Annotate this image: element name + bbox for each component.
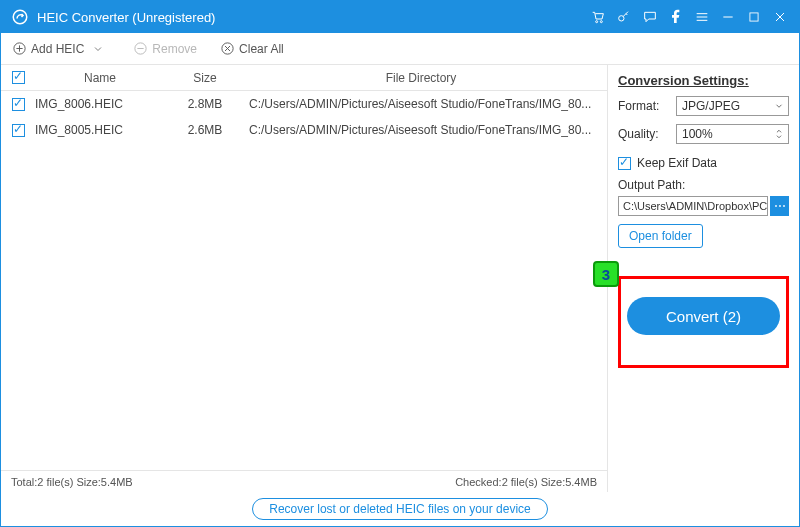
browse-button[interactable]: ⋯ [770, 196, 789, 216]
facebook-icon[interactable] [663, 1, 689, 33]
row-name: IMG_8005.HEIC [35, 123, 165, 137]
add-heic-label: Add HEIC [31, 42, 84, 56]
format-value: JPG/JPEG [682, 99, 740, 113]
open-folder-button[interactable]: Open folder [618, 224, 703, 248]
settings-pane: Conversion Settings: Format: JPG/JPEG Qu… [607, 65, 799, 492]
keep-exif-row[interactable]: Keep Exif Data [618, 156, 789, 170]
minus-circle-icon [132, 41, 148, 57]
keep-exif-checkbox[interactable] [618, 157, 631, 170]
quality-label: Quality: [618, 127, 676, 141]
output-path-field[interactable]: C:\Users\ADMIN\Dropbox\PC\ [618, 196, 768, 216]
format-select[interactable]: JPG/JPEG [676, 96, 789, 116]
app-title: HEIC Converter (Unregistered) [37, 10, 215, 25]
output-path-label: Output Path: [618, 178, 789, 192]
quality-row: Quality: 100% [618, 124, 789, 144]
column-name[interactable]: Name [35, 71, 165, 85]
chevron-down-icon [772, 101, 786, 111]
remove-button[interactable]: Remove [132, 41, 197, 57]
row-directory: C:/Users/ADMIN/Pictures/Aiseesoft Studio… [245, 97, 607, 111]
title-bar: HEIC Converter (Unregistered) [1, 1, 799, 33]
file-pane: Name Size File Directory IMG_8006.HEIC 2… [1, 65, 607, 492]
row-checkbox[interactable] [12, 98, 25, 111]
clear-all-button[interactable]: Clear All [219, 41, 284, 57]
format-label: Format: [618, 99, 676, 113]
svg-rect-4 [750, 13, 758, 21]
row-checkbox[interactable] [12, 124, 25, 137]
svg-point-3 [619, 16, 624, 21]
cart-icon[interactable] [585, 1, 611, 33]
add-heic-button[interactable]: Add HEIC [11, 41, 110, 57]
row-name: IMG_8006.HEIC [35, 97, 165, 111]
quality-value: 100% [682, 127, 713, 141]
table-body: IMG_8006.HEIC 2.8MB C:/Users/ADMIN/Pictu… [1, 91, 607, 470]
app-window: HEIC Converter (Unregistered) Add HEIC R… [0, 0, 800, 527]
app-logo-icon [11, 8, 29, 26]
column-directory[interactable]: File Directory [245, 71, 607, 85]
column-size[interactable]: Size [165, 71, 245, 85]
annotation-badge: 3 [593, 261, 619, 287]
main-body: Name Size File Directory IMG_8006.HEIC 2… [1, 65, 799, 492]
plus-circle-icon [11, 41, 27, 57]
table-row[interactable]: IMG_8006.HEIC 2.8MB C:/Users/ADMIN/Pictu… [1, 91, 607, 117]
clear-icon [219, 41, 235, 57]
keep-exif-label: Keep Exif Data [637, 156, 717, 170]
table-row[interactable]: IMG_8005.HEIC 2.6MB C:/Users/ADMIN/Pictu… [1, 117, 607, 143]
recover-link[interactable]: Recover lost or deleted HEIC files on yo… [252, 498, 547, 520]
chevron-down-icon [90, 41, 106, 57]
clear-all-label: Clear All [239, 42, 284, 56]
quality-stepper[interactable]: 100% [676, 124, 789, 144]
svg-point-2 [600, 21, 602, 23]
convert-button[interactable]: Convert (2) [627, 297, 780, 335]
status-bar: Total:2 file(s) Size:5.4MB Checked:2 fil… [1, 470, 607, 492]
stepper-arrows-icon [772, 127, 786, 141]
table-header: Name Size File Directory [1, 65, 607, 91]
chat-icon[interactable] [637, 1, 663, 33]
status-total: Total:2 file(s) Size:5.4MB [11, 476, 133, 488]
maximize-button[interactable] [741, 1, 767, 33]
svg-point-1 [596, 21, 598, 23]
select-all-checkbox[interactable] [12, 71, 25, 84]
key-icon[interactable] [611, 1, 637, 33]
status-checked: Checked:2 file(s) Size:5.4MB [455, 476, 597, 488]
convert-highlight: 3 Convert (2) [618, 276, 789, 368]
svg-point-0 [13, 10, 27, 24]
row-size: 2.8MB [165, 97, 245, 111]
menu-icon[interactable] [689, 1, 715, 33]
row-size: 2.6MB [165, 123, 245, 137]
minimize-button[interactable] [715, 1, 741, 33]
remove-label: Remove [152, 42, 197, 56]
settings-heading: Conversion Settings: [618, 73, 789, 88]
recover-bar: Recover lost or deleted HEIC files on yo… [1, 492, 799, 526]
close-button[interactable] [767, 1, 793, 33]
format-row: Format: JPG/JPEG [618, 96, 789, 116]
output-path-row: C:\Users\ADMIN\Dropbox\PC\ ⋯ [618, 196, 789, 216]
toolbar: Add HEIC Remove Clear All [1, 33, 799, 65]
row-directory: C:/Users/ADMIN/Pictures/Aiseesoft Studio… [245, 123, 607, 137]
